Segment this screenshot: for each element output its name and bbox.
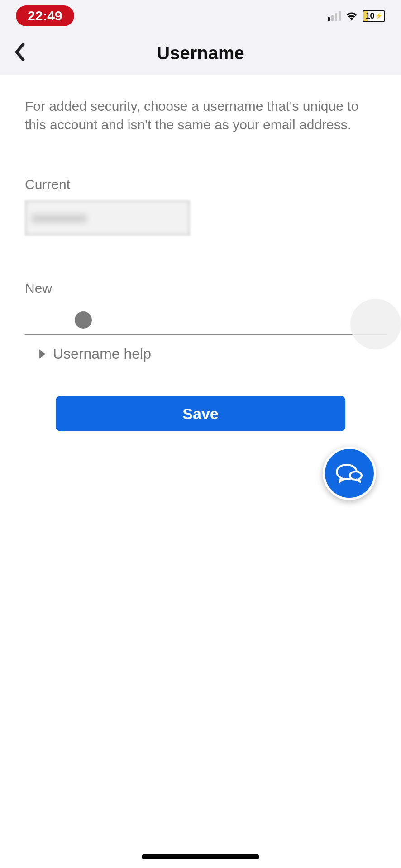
chat-fab[interactable]	[323, 447, 376, 500]
username-help-toggle[interactable]: Username help	[25, 345, 387, 362]
svg-point-1	[350, 472, 362, 480]
description-text: For added security, choose a username th…	[25, 97, 387, 134]
battery-icon: 10⚡	[363, 10, 385, 22]
new-label: New	[25, 281, 387, 296]
caret-right-icon	[38, 349, 47, 359]
status-icons: 10⚡	[328, 10, 385, 22]
cursor-indicator-icon	[75, 311, 92, 329]
current-username-group: Current xxxxxxxx	[25, 177, 387, 236]
chat-icon	[335, 462, 364, 485]
status-bar: 22:49 10⚡	[0, 0, 401, 32]
save-button[interactable]: Save	[56, 396, 345, 431]
recording-time-pill: 22:49	[16, 5, 74, 26]
current-label: Current	[25, 177, 387, 192]
current-username-value-redacted: xxxxxxxx	[32, 211, 86, 225]
cellular-signal-icon	[328, 11, 341, 21]
ripple-icon	[350, 299, 401, 349]
new-username-input[interactable]	[25, 304, 387, 335]
page-title: Username	[0, 43, 401, 63]
back-button[interactable]	[14, 43, 26, 63]
home-indicator[interactable]	[142, 854, 259, 859]
current-username-field: xxxxxxxx	[25, 200, 190, 236]
username-help-label: Username help	[53, 345, 151, 362]
chevron-left-icon	[14, 43, 26, 61]
wifi-icon	[345, 11, 358, 21]
new-username-group: New Username help	[25, 281, 387, 362]
nav-header: Username	[0, 32, 401, 75]
